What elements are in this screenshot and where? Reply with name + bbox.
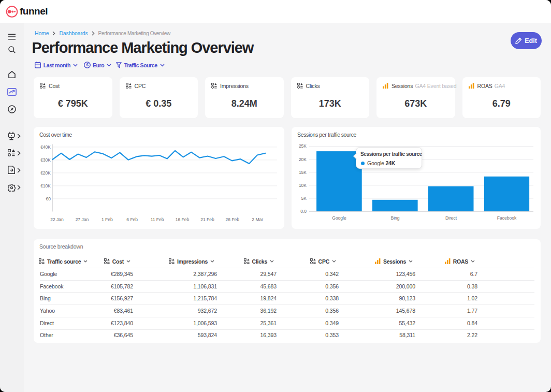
svg-text:Facebook: Facebook (497, 215, 517, 221)
svg-text:€30K: €30K (40, 157, 51, 163)
svg-text:16 Feb: 16 Feb (176, 217, 190, 222)
svg-text:6 Feb: 6 Feb (126, 217, 138, 222)
svg-text:1 Feb: 1 Feb (102, 217, 113, 222)
svg-text:10K: 10K (299, 183, 307, 188)
svg-text:€0: €0 (46, 196, 51, 201)
svg-text:€20K: €20K (40, 170, 51, 176)
svg-text:5K: 5K (301, 196, 307, 201)
svg-text:15K: 15K (299, 170, 307, 175)
svg-text:2 Mar: 2 Mar (252, 217, 263, 222)
svg-text:0.0: 0.0 (300, 209, 307, 214)
svg-text:€: € (86, 62, 89, 67)
svg-text:27 Jan: 27 Jan (76, 217, 89, 222)
svg-text:25K: 25K (299, 143, 307, 149)
svg-text:€10K: €10K (40, 183, 51, 188)
svg-text:21 Feb: 21 Feb (200, 217, 214, 222)
svg-text:20K: 20K (299, 157, 307, 162)
svg-text:Bing: Bing (390, 215, 399, 221)
svg-text:€40K: €40K (40, 144, 51, 150)
svg-text:11 Feb: 11 Feb (151, 217, 164, 222)
svg-text:26 Feb: 26 Feb (226, 217, 240, 222)
svg-text:22 Jan: 22 Jan (50, 217, 64, 222)
svg-text:Google: Google (332, 215, 346, 221)
svg-text:Direct: Direct (445, 215, 457, 221)
